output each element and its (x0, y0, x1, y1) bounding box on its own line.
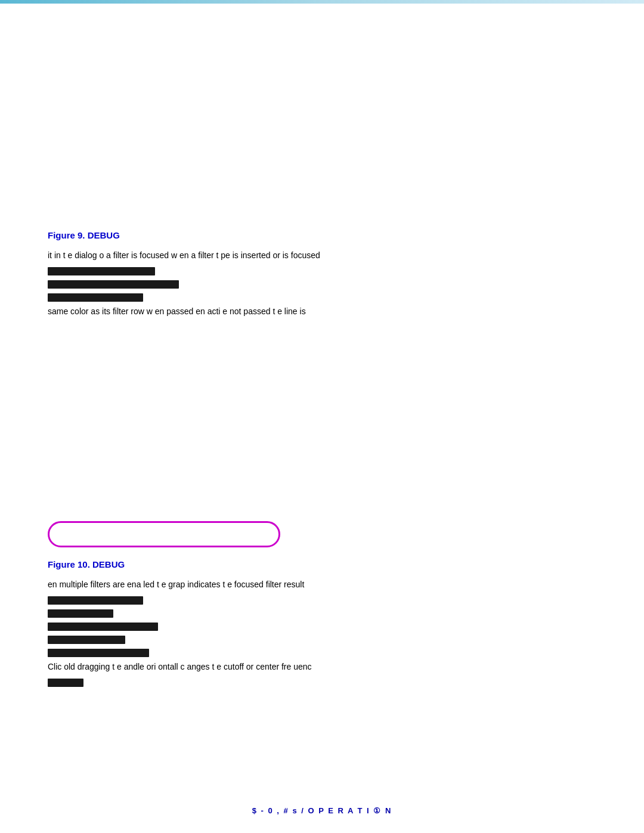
figure9-redacted1 (48, 265, 596, 276)
filter-pill-container (48, 521, 596, 547)
figure10-line1: en multiple filters are ena led t e grap… (48, 578, 596, 591)
figure9-section: Figure 9. DEBUG it in t e dialog o a fil… (48, 230, 596, 318)
figure10-redacted5 (48, 647, 596, 658)
figure10-line6: Clic old dragging t e andle ori ontall c… (48, 660, 596, 673)
figure9-redacted3 (48, 292, 596, 302)
figure9-line4: same color as its filter row w en passed… (48, 305, 596, 318)
figure9-redacted2 (48, 278, 596, 289)
figure10-label: Figure 10. DEBUG (48, 559, 596, 569)
filter-pill[interactable] (48, 521, 280, 547)
figure10-redacted3 (48, 621, 596, 631)
figure9-line1: it in t e dialog o a filter is focused w… (48, 249, 596, 262)
footer-text: $ - 0 , # s / O P E R A T I ① N (252, 806, 392, 815)
figure10-redacted1 (48, 594, 596, 605)
figure10-redacted2 (48, 608, 596, 618)
footer: $ - 0 , # s / O P E R A T I ① N (0, 806, 644, 815)
figure10-section: Figure 10. DEBUG en multiple filters are… (48, 521, 596, 688)
figure9-label: Figure 9. DEBUG (48, 230, 596, 240)
figure10-redacted4 (48, 634, 596, 645)
figure10-redacted6 (48, 677, 596, 688)
